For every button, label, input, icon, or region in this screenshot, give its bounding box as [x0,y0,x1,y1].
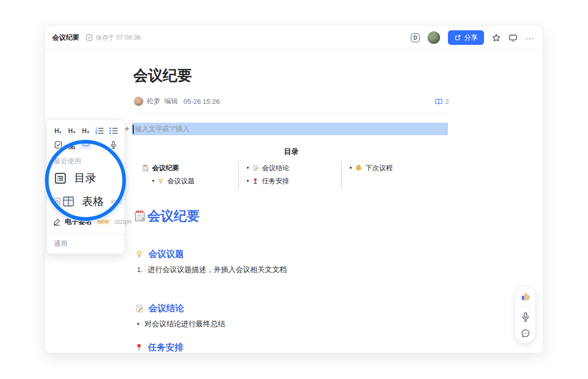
document-tab-title: 会议纪要 [52,33,79,42]
list-marker: 1. [137,266,143,274]
meta-action: 编辑 [164,97,178,106]
menu-item-shortcut: /dzqm [114,218,132,226]
thumb-up-icon[interactable] [519,290,532,303]
menu-item-esign[interactable]: 电子签名 NEW /dzqm [47,212,124,230]
share-button-label: 分享 [464,33,478,42]
heading2-button[interactable]: H₂ [67,126,77,136]
star-icon[interactable] [492,33,501,42]
bulb-emoji [135,250,144,259]
share-arrow-icon [454,34,461,41]
section-heading-topics: 会议议题 [135,248,184,260]
divider-icon[interactable] [95,140,106,150]
toc-link-label: 会议结论 [262,163,289,173]
bullet-list-icon[interactable] [108,126,119,136]
save-status-text: 保存于 07:08:36 [96,33,141,42]
toc-column-1: 会议纪要 • 会议议题 [134,160,238,188]
more-icon[interactable]: ··· [525,34,535,42]
pin-emoji [252,177,259,185]
section-heading-text: 会议议题 [148,248,184,260]
menu-item-table[interactable]: 表格 xwd [47,189,124,212]
saved-check-icon [86,34,93,41]
document-area: 会议纪要 松萝 编辑 05-26 15:26 2 [45,50,543,353]
list-marker: • [137,320,140,328]
pin-emoji [135,343,143,352]
text-caret [133,125,134,134]
document-title: 会议纪要 [133,66,192,86]
general-section-label: 通用 [47,238,124,248]
floating-actions [515,287,535,343]
topbar: 会议纪要 保存于 07:08:36 D [45,26,543,50]
new-badge: NEW [96,219,110,225]
highlight-block-icon[interactable] [79,140,92,150]
section-heading-text: 会议结论 [148,302,184,314]
heading3-button[interactable]: H₃ [80,126,91,136]
checkbox-icon[interactable] [53,140,63,150]
section-heading-text: 任务安排 [148,341,183,353]
section-heading-tasks: 任务安排 [135,341,183,353]
toc-link-meeting-conclusion[interactable]: • 会议结论 [247,161,341,174]
format-toolbar-row-2: 66 [47,138,124,152]
menu-item-label: 电子签名 [65,217,92,227]
mic-icon[interactable] [108,140,119,150]
document-meta: 松萝 编辑 05-26 15:26 2 [134,97,449,106]
share-button[interactable]: 分享 [448,30,484,45]
toc-bullet: • [350,164,352,172]
toc-link-label: 下次议程 [365,163,393,173]
quote-icon[interactable]: 66 [66,140,77,150]
toc-block-icon [53,171,67,185]
read-count-book-icon [435,98,443,105]
floating-divider [519,306,532,307]
insert-menu-panel: H₁ H₂ H₃ 123 66 [47,119,125,254]
menu-item-label: 目录 [74,171,96,185]
list-item-text: 进行会议议题描述，并插入会议相关文文档 [148,265,287,275]
notepad-emoji [133,209,146,222]
menu-item-toc[interactable]: 目录 [47,167,124,189]
author-name: 松萝 [147,97,160,106]
save-status: 保存于 07:08:36 [86,33,141,42]
toc-link-meeting-minutes[interactable]: 会议纪要 [142,161,238,174]
list-item-text: 对会议结论进行最终总结 [145,319,225,329]
meta-time: 05-26 15:26 [183,98,220,105]
screenshot-canvas: 会议纪要 保存于 07:08:36 D [0,0,588,379]
author-avatar[interactable] [134,97,143,106]
section-heading-conclusion: 会议结论 [135,302,184,314]
memo-emoji [135,304,144,313]
read-count-value: 2 [445,98,449,105]
toc-link-next-agenda[interactable]: • 下次议程 [350,161,449,174]
toc-block: 会议纪要 • 会议议题 • [134,160,449,188]
svg-text:3: 3 [96,132,97,135]
toc-link-label: 任务安排 [262,176,289,186]
memo-emoji [252,164,259,172]
partial-menu-icon [53,198,61,205]
heading1-button[interactable]: H₁ [53,126,63,136]
present-icon[interactable] [509,33,517,42]
compose-input[interactable]: 输入文字或"/"插入 [132,123,448,135]
toc-link-task-assignment[interactable]: • 任务安排 [247,174,341,187]
compose-placeholder: 输入文字或"/"插入 [135,124,190,134]
menu-divider [47,234,124,234]
doc-h1-heading: 会议纪要 [133,207,200,224]
toc-title: 目录 [134,147,449,157]
doc-h1-text: 会议纪要 [147,207,200,224]
numbered-list-item: 1. 进行会议议题描述，并插入会议相关文文档 [137,265,287,275]
menu-item-shortcut: xwd [111,198,122,205]
bullet-list-item: • 对会议结论进行最终总结 [137,319,225,329]
history-icon[interactable]: D [411,33,420,42]
toc-bullet: • [247,164,249,172]
bell-emoji [355,164,362,172]
menu-item-label: 表格 [82,194,104,209]
toc-column-2: • 会议结论 • 任务安排 [238,160,341,188]
read-count[interactable]: 2 [435,98,449,105]
notepad-emoji [142,164,149,172]
ordered-list-icon[interactable]: 123 [95,126,105,136]
recent-section-label: 最近使用 [47,152,124,167]
bulb-emoji [157,177,164,185]
format-toolbar-row-1: H₁ H₂ H₃ 123 [47,124,124,138]
avatar[interactable] [428,31,440,44]
toc-link-meeting-topics[interactable]: • 会议议题 [152,174,238,187]
compose-row: + 输入文字或"/"插入 [122,123,448,135]
mic-icon[interactable] [519,311,532,323]
meta-divider [134,113,449,114]
toc-bullet: • [152,177,154,185]
comment-icon[interactable] [519,327,532,339]
